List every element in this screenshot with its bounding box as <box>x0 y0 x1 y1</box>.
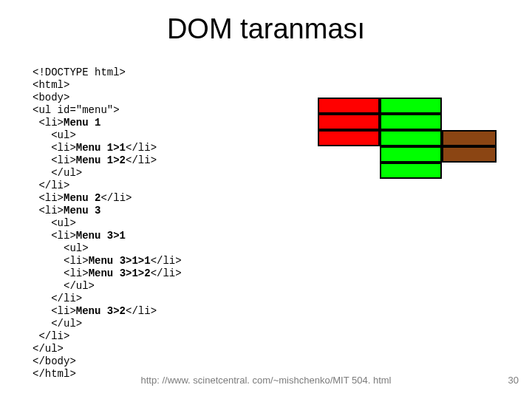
footer-link: http: //www. scinetcentral. com/~mishche… <box>0 375 532 386</box>
tree-box-green <box>380 98 442 114</box>
code-line: </body> <box>33 355 76 367</box>
tree-box-red <box>318 98 380 114</box>
code-line: <ul> <box>33 129 76 141</box>
code-line: <li> <box>33 154 76 166</box>
code-tail: </li> <box>126 305 157 317</box>
tree-box-brown <box>442 130 497 146</box>
code-line: </li> <box>33 293 82 304</box>
code-line: </ul> <box>33 280 95 292</box>
code-line: <body> <box>33 92 69 103</box>
code-line: </li> <box>33 180 69 191</box>
code-text-bold: Menu 1>2 <box>76 154 126 166</box>
code-tail: </li> <box>151 267 182 279</box>
tree-box-green <box>380 114 442 130</box>
tree-box-green <box>380 146 442 163</box>
code-line: <li> <box>33 305 76 317</box>
page-title: DOM taranması <box>0 13 532 45</box>
code-text-bold: Menu 3>2 <box>76 305 126 317</box>
tree-box-red <box>318 114 380 130</box>
code-text-bold: Menu 1 <box>64 117 100 129</box>
code-line: </li> <box>33 330 69 342</box>
code-tail: </li> <box>100 192 132 204</box>
code-line: <li> <box>33 267 89 279</box>
code-line: <ul id="menu"> <box>33 104 120 116</box>
code-line: <li> <box>33 142 76 154</box>
code-text-bold: Menu 2 <box>64 192 100 204</box>
code-line: <li> <box>33 255 89 267</box>
code-line: </ul> <box>33 167 82 179</box>
tree-box-brown <box>442 146 497 163</box>
code-line: <!DOCTYPE html> <box>33 66 126 78</box>
code-text-bold: Menu 3>1>2 <box>89 267 151 279</box>
code-tail: </li> <box>126 154 157 166</box>
code-line: <ul> <box>33 242 89 254</box>
code-text-bold: Menu 1>1 <box>76 142 126 154</box>
code-line: <html> <box>33 79 69 91</box>
code-line: <li> <box>33 205 64 216</box>
code-block: <!DOCTYPE html> <html> <body> <ul id="me… <box>33 66 182 381</box>
tree-box-green <box>380 130 442 146</box>
tree-box-green <box>380 163 442 179</box>
code-tail: </li> <box>126 142 157 154</box>
code-line: <ul> <box>33 217 76 229</box>
code-tail: </li> <box>151 255 182 267</box>
code-text-bold: Menu 3>1>1 <box>89 255 151 267</box>
code-line: </ul> <box>33 318 82 330</box>
code-line: <li> <box>33 230 76 242</box>
tree-box-red <box>318 130 380 146</box>
code-line: <li> <box>33 117 64 129</box>
code-text-bold: Menu 3 <box>64 205 100 216</box>
code-text-bold: Menu 3>1 <box>76 230 126 242</box>
code-line: </ul> <box>33 343 64 355</box>
code-line: <li> <box>33 192 64 204</box>
slide: DOM taranması <!DOCTYPE html> <html> <bo… <box>0 0 532 399</box>
page-number: 30 <box>508 375 519 386</box>
